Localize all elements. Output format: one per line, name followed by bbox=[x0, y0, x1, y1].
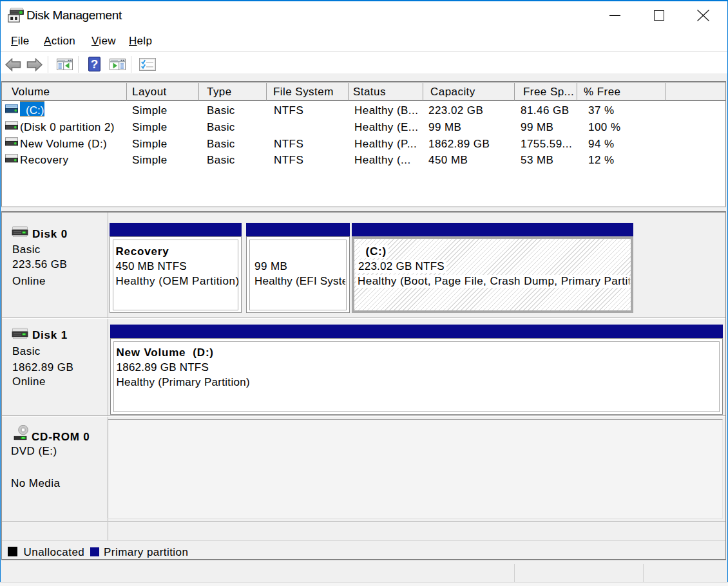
svg-text:?: ? bbox=[91, 57, 99, 71]
